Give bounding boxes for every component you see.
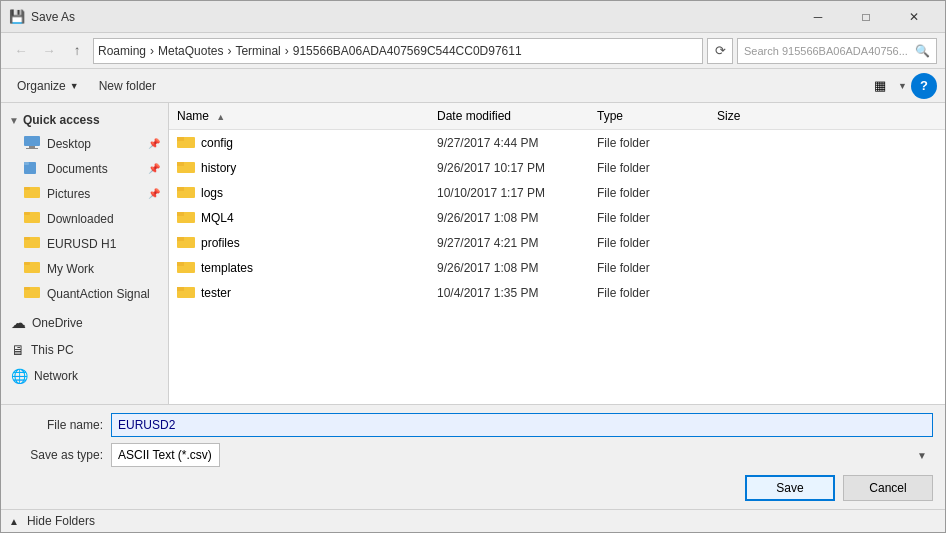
sidebar-item-network-label: Network — [34, 369, 78, 383]
file-name-text: tester — [201, 286, 231, 300]
sidebar-item-quantaction[interactable]: QuantAction Signal — [1, 281, 168, 306]
toolbar: Organize ▼ New folder ▦ ▼ ? — [1, 69, 945, 103]
close-button[interactable]: ✕ — [891, 1, 937, 33]
file-type: File folder — [589, 133, 709, 153]
cancel-button[interactable]: Cancel — [843, 475, 933, 501]
file-size — [709, 190, 789, 196]
address-segment: Roaming › MetaQuotes › Terminal › 915566… — [98, 44, 522, 58]
onedrive-icon: ☁ — [11, 314, 26, 332]
sidebar-item-thispc-label: This PC — [31, 343, 74, 357]
documents-icon — [23, 160, 41, 177]
file-date: 9/26/2017 1:08 PM — [429, 208, 589, 228]
search-box[interactable]: Search 915566BA06ADA40756... 🔍 — [737, 38, 937, 64]
col-header-type[interactable]: Type — [589, 105, 709, 127]
maximize-button[interactable]: □ — [843, 1, 889, 33]
quick-access-label: Quick access — [23, 113, 100, 127]
save-button[interactable]: Save — [745, 475, 835, 501]
table-row[interactable]: history 9/26/2017 10:17 PM File folder — [169, 155, 945, 180]
file-size — [709, 165, 789, 171]
up-button[interactable]: ↑ — [65, 39, 89, 63]
pictures-icon — [23, 185, 41, 202]
sidebar-item-network[interactable]: 🌐 Network — [1, 364, 168, 388]
hide-folders-bar[interactable]: ▲ Hide Folders — [1, 509, 945, 532]
file-type: File folder — [589, 233, 709, 253]
sidebar-item-onedrive-label: OneDrive — [32, 316, 83, 330]
sidebar-item-mywork-label: My Work — [47, 262, 94, 276]
file-size — [709, 215, 789, 221]
sidebar-item-documents[interactable]: Documents 📌 — [1, 156, 168, 181]
file-list-header: Name ▲ Date modified Type Size — [169, 103, 945, 130]
sidebar-item-eurusd[interactable]: EURUSD H1 — [1, 231, 168, 256]
sidebar-item-eurusd-label: EURUSD H1 — [47, 237, 116, 251]
help-button[interactable]: ? — [911, 73, 937, 99]
organize-label: Organize — [17, 79, 66, 93]
folder-icon — [177, 234, 195, 251]
folder-icon — [177, 209, 195, 226]
dialog-icon: 💾 — [9, 9, 25, 25]
thispc-icon: 🖥 — [11, 342, 25, 358]
quick-access-header[interactable]: ▼ Quick access — [1, 107, 168, 131]
button-row: Save Cancel — [13, 475, 933, 501]
sidebar-item-pictures-label: Pictures — [47, 187, 90, 201]
save-label: Save — [776, 481, 803, 495]
search-placeholder: Search 915566BA06ADA40756... — [744, 45, 908, 57]
col-header-date[interactable]: Date modified — [429, 105, 589, 127]
folder-icon — [177, 284, 195, 301]
svg-rect-0 — [24, 136, 40, 146]
organize-button[interactable]: Organize ▼ — [9, 73, 87, 99]
file-type: File folder — [589, 158, 709, 178]
file-size — [709, 140, 789, 146]
table-row[interactable]: logs 10/10/2017 1:17 PM File folder — [169, 180, 945, 205]
table-row[interactable]: tester 10/4/2017 1:35 PM File folder — [169, 280, 945, 305]
sidebar-item-desktop-label: Desktop — [47, 137, 91, 151]
file-name-text: profiles — [201, 236, 240, 250]
minimize-button[interactable]: ─ — [795, 1, 841, 33]
file-size — [709, 290, 789, 296]
filename-label: File name: — [13, 418, 103, 432]
back-button[interactable]: ← — [9, 39, 33, 63]
svg-rect-28 — [177, 287, 184, 291]
svg-rect-16 — [177, 137, 184, 141]
col-header-name[interactable]: Name ▲ — [169, 105, 429, 127]
svg-rect-14 — [24, 287, 30, 290]
table-row[interactable]: templates 9/26/2017 1:08 PM File folder — [169, 255, 945, 280]
file-date: 9/26/2017 10:17 PM — [429, 158, 589, 178]
sidebar-item-downloaded[interactable]: Downloaded — [1, 206, 168, 231]
svg-rect-18 — [177, 162, 184, 166]
new-folder-label: New folder — [99, 79, 156, 93]
view-icon: ▦ — [874, 78, 886, 93]
title-bar-text: Save As — [31, 10, 795, 24]
view-button[interactable]: ▦ — [866, 74, 894, 98]
downloaded-icon — [23, 210, 41, 227]
address-path[interactable]: Roaming › MetaQuotes › Terminal › 915566… — [93, 38, 703, 64]
sidebar-item-mywork[interactable]: My Work — [1, 256, 168, 281]
cancel-label: Cancel — [869, 481, 906, 495]
savetype-select[interactable]: ASCII Text (*.csv) — [111, 443, 220, 467]
sidebar-item-onedrive[interactable]: ☁ OneDrive — [1, 310, 168, 336]
hide-folders-arrow: ▲ — [9, 516, 19, 527]
sidebar-item-downloaded-label: Downloaded — [47, 212, 114, 226]
file-rows-container: config 9/27/2017 4:44 PM File folder his… — [169, 130, 945, 305]
table-row[interactable]: config 9/27/2017 4:44 PM File folder — [169, 130, 945, 155]
quick-access-arrow: ▼ — [9, 115, 19, 126]
table-row[interactable]: profiles 9/27/2017 4:21 PM File folder — [169, 230, 945, 255]
view-dropdown-icon: ▼ — [898, 81, 907, 91]
path-guid: 915566BA06ADA407569C544CC0D97611 — [293, 44, 522, 58]
refresh-button[interactable]: ⟳ — [707, 38, 733, 64]
svg-rect-22 — [177, 212, 184, 216]
file-date: 10/4/2017 1:35 PM — [429, 283, 589, 303]
sidebar-item-thispc[interactable]: 🖥 This PC — [1, 338, 168, 362]
sidebar-item-pictures[interactable]: Pictures 📌 — [1, 181, 168, 206]
svg-rect-6 — [24, 187, 30, 190]
filename-input[interactable] — [111, 413, 933, 437]
file-name-text: templates — [201, 261, 253, 275]
sidebar-item-desktop[interactable]: Desktop 📌 — [1, 131, 168, 156]
path-roaming: Roaming — [98, 44, 146, 58]
file-name-text: MQL4 — [201, 211, 234, 225]
mywork-icon — [23, 260, 41, 277]
new-folder-button[interactable]: New folder — [91, 73, 164, 99]
table-row[interactable]: MQL4 9/26/2017 1:08 PM File folder — [169, 205, 945, 230]
file-date: 9/27/2017 4:44 PM — [429, 133, 589, 153]
forward-button[interactable]: → — [37, 39, 61, 63]
col-header-size[interactable]: Size — [709, 105, 789, 127]
